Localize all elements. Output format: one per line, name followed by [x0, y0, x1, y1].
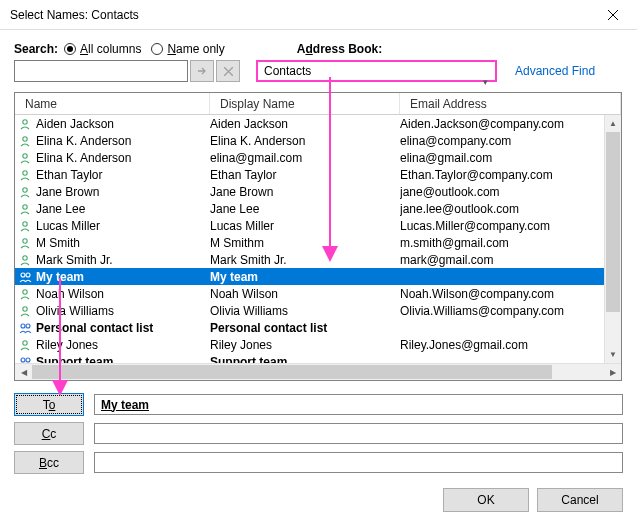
svg-point-15 — [23, 289, 27, 293]
cell-display: Support team — [210, 355, 400, 364]
person-icon — [18, 168, 32, 182]
cell-name: Personal contact list — [36, 321, 153, 335]
radio-dot-icon — [64, 43, 76, 55]
bcc-field[interactable] — [94, 452, 623, 473]
to-field[interactable]: My team — [94, 394, 623, 415]
group-icon — [18, 321, 32, 335]
dialog-content: Search: All columns Name only Address Bo… — [0, 30, 637, 513]
title-bar: Select Names: Contacts — [0, 0, 637, 30]
svg-point-8 — [23, 187, 27, 191]
scroll-thumb[interactable] — [32, 365, 552, 379]
svg-point-4 — [23, 119, 27, 123]
person-icon — [18, 236, 32, 250]
address-book-label: Address Book: — [297, 42, 382, 56]
person-icon — [18, 253, 32, 267]
scroll-down-icon[interactable]: ▼ — [605, 346, 621, 363]
cell-name: Elina K. Anderson — [36, 134, 131, 148]
cell-name: Jane Lee — [36, 202, 85, 216]
table-header: Name Display Name Email Address — [15, 93, 621, 115]
cell-display: Ethan Taylor — [210, 168, 400, 182]
close-button[interactable] — [591, 1, 635, 29]
table-row[interactable]: Noah WilsonNoah WilsonNoah.Wilson@compan… — [15, 285, 621, 302]
svg-point-21 — [26, 358, 30, 362]
cell-email: jane.lee@outlook.com — [400, 202, 621, 216]
svg-point-19 — [23, 340, 27, 344]
vertical-scrollbar[interactable]: ▲ ▼ — [604, 115, 621, 363]
table-row[interactable]: My teamMy team — [15, 268, 621, 285]
col-name[interactable]: Name — [15, 93, 210, 114]
table-row[interactable]: Mark Smith Jr.Mark Smith Jr.mark@gmail.c… — [15, 251, 621, 268]
table-body[interactable]: Aiden JacksonAiden JacksonAiden.Jackson@… — [15, 115, 621, 363]
scroll-left-icon[interactable]: ◀ — [15, 364, 32, 381]
svg-point-13 — [21, 273, 25, 277]
cell-name: Jane Brown — [36, 185, 99, 199]
table-row[interactable]: Personal contact listPersonal contact li… — [15, 319, 621, 336]
radio-name-only[interactable]: Name only — [151, 42, 224, 56]
cell-name: Noah Wilson — [36, 287, 104, 301]
contacts-table: Name Display Name Email Address Aiden Ja… — [14, 92, 622, 381]
svg-point-5 — [23, 136, 27, 140]
cell-name: Mark Smith Jr. — [36, 253, 113, 267]
cell-name: Elina K. Anderson — [36, 151, 131, 165]
table-row[interactable]: Elina K. Andersonelina@gmail.comelina@gm… — [15, 149, 621, 166]
table-row[interactable]: M SmithM Smithmm.smith@gmail.com — [15, 234, 621, 251]
table-row[interactable]: Lucas MillerLucas MillerLucas.Miller@com… — [15, 217, 621, 234]
radio-dot-icon — [151, 43, 163, 55]
person-icon — [18, 117, 32, 131]
cc-field[interactable] — [94, 423, 623, 444]
ok-button[interactable]: OK — [443, 488, 529, 512]
search-input[interactable] — [14, 60, 188, 82]
svg-point-18 — [26, 324, 30, 328]
bcc-button[interactable]: Bcc — [14, 451, 84, 474]
clear-button[interactable] — [216, 60, 240, 82]
cell-email: Olivia.Williams@company.com — [400, 304, 621, 318]
cell-name: Ethan Taylor — [36, 168, 103, 182]
person-icon — [18, 219, 32, 233]
scroll-up-icon[interactable]: ▲ — [605, 115, 621, 132]
col-email[interactable]: Email Address — [400, 93, 621, 114]
go-button[interactable] — [190, 60, 214, 82]
cell-display: Riley Jones — [210, 338, 400, 352]
horizontal-scrollbar[interactable]: ◀ ▶ — [15, 363, 621, 380]
table-row[interactable]: Jane LeeJane Leejane.lee@outlook.com — [15, 200, 621, 217]
table-row[interactable]: Elina K. AndersonElina K. Andersonelina@… — [15, 132, 621, 149]
cell-name: M Smith — [36, 236, 80, 250]
radio-all-columns[interactable]: All columns — [64, 42, 141, 56]
advanced-find-link[interactable]: Advanced Find — [515, 64, 595, 78]
dialog-title: Select Names: Contacts — [10, 8, 591, 22]
table-row[interactable]: Support teamSupport team — [15, 353, 621, 363]
x-icon — [224, 67, 233, 76]
svg-point-11 — [23, 238, 27, 242]
to-button[interactable]: To — [14, 393, 84, 416]
svg-point-20 — [21, 358, 25, 362]
cell-display: Noah Wilson — [210, 287, 400, 301]
scroll-thumb[interactable] — [606, 132, 620, 312]
group-icon — [18, 355, 32, 364]
table-row[interactable]: Ethan TaylorEthan TaylorEthan.Taylor@com… — [15, 166, 621, 183]
cell-email: mark@gmail.com — [400, 253, 621, 267]
table-row[interactable]: Olivia WilliamsOlivia WilliamsOlivia.Wil… — [15, 302, 621, 319]
cell-name: Support team — [36, 355, 113, 364]
scroll-right-icon[interactable]: ▶ — [604, 364, 621, 381]
svg-point-9 — [23, 204, 27, 208]
table-row[interactable]: Riley JonesRiley JonesRiley.Jones@gmail.… — [15, 336, 621, 353]
table-row[interactable]: Jane BrownJane Brownjane@outlook.com — [15, 183, 621, 200]
address-book-combo[interactable]: Contacts — [256, 60, 497, 82]
cell-name: Olivia Williams — [36, 304, 114, 318]
cell-display: Mark Smith Jr. — [210, 253, 400, 267]
cell-display: M Smithm — [210, 236, 400, 250]
cell-email: Noah.Wilson@company.com — [400, 287, 621, 301]
cancel-button[interactable]: Cancel — [537, 488, 623, 512]
cell-display: Aiden Jackson — [210, 117, 400, 131]
col-display[interactable]: Display Name — [210, 93, 400, 114]
person-icon — [18, 304, 32, 318]
group-icon — [18, 270, 32, 284]
chevron-down-icon: ▾ — [477, 74, 493, 90]
svg-point-16 — [23, 306, 27, 310]
cell-name: My team — [36, 270, 84, 284]
search-label: Search: — [14, 42, 58, 56]
table-row[interactable]: Aiden JacksonAiden JacksonAiden.Jackson@… — [15, 115, 621, 132]
chevron-down-icon — [252, 64, 493, 80]
cell-name: Riley Jones — [36, 338, 98, 352]
cc-button[interactable]: Cc — [14, 422, 84, 445]
